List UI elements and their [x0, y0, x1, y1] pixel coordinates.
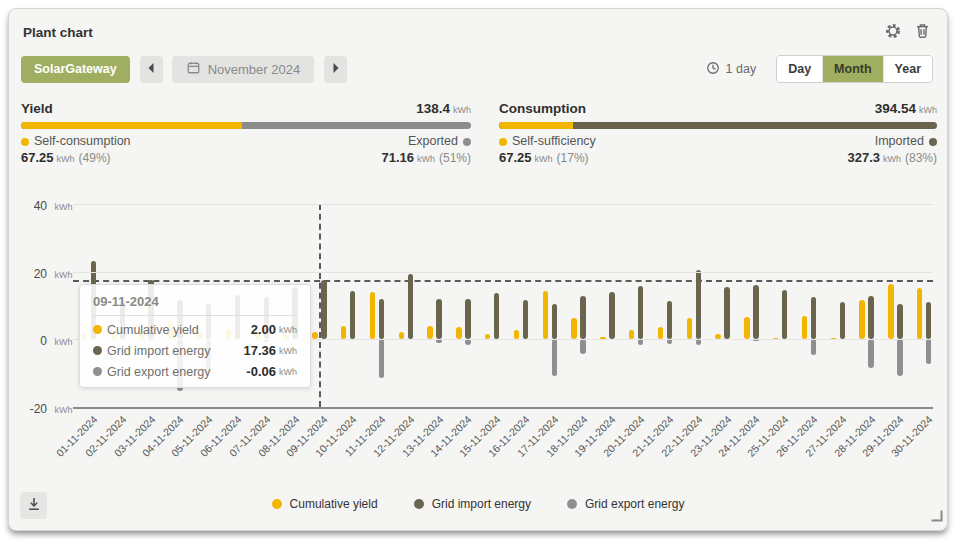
date-picker-button[interactable]: November 2024	[172, 56, 315, 83]
bar-export-12-11-2024[interactable]	[408, 339, 414, 340]
bar-import-10-11-2024[interactable]	[350, 291, 356, 339]
bar-yield-25-11-2024[interactable]	[773, 338, 779, 340]
bar-yield-19-11-2024[interactable]	[600, 337, 606, 339]
bar-yield-01-11-2024[interactable]	[82, 334, 88, 339]
gateway-button[interactable]: SolarGateway	[21, 56, 130, 83]
bar-yield-16-11-2024[interactable]	[514, 330, 520, 339]
bar-export-08-11-2024[interactable]	[292, 339, 298, 340]
bar-import-24-11-2024[interactable]	[753, 285, 759, 339]
tab-year[interactable]: Year	[883, 56, 932, 82]
bar-yield-30-11-2024[interactable]	[917, 288, 923, 339]
next-period-button[interactable]	[324, 56, 347, 83]
bar-import-26-11-2024[interactable]	[811, 297, 817, 339]
bar-yield-07-11-2024[interactable]	[255, 331, 261, 339]
bar-import-16-11-2024[interactable]	[523, 300, 529, 339]
bar-export-25-11-2024[interactable]	[782, 339, 788, 340]
bar-yield-21-11-2024[interactable]	[658, 327, 664, 339]
bar-yield-27-11-2024[interactable]	[831, 338, 837, 340]
bar-import-09-11-2024[interactable]	[321, 280, 327, 339]
bar-export-06-11-2024[interactable]	[235, 339, 241, 340]
bar-import-20-11-2024[interactable]	[638, 286, 644, 339]
bar-export-30-11-2024[interactable]	[926, 339, 932, 364]
bar-import-27-11-2024[interactable]	[840, 302, 846, 339]
bar-import-07-11-2024[interactable]	[264, 297, 270, 339]
bar-yield-10-11-2024[interactable]	[341, 326, 347, 339]
legend-item-import[interactable]: Grid import energy	[414, 497, 531, 511]
bar-yield-12-11-2024[interactable]	[399, 332, 405, 339]
bar-export-09-11-2024[interactable]	[321, 339, 327, 340]
bar-yield-13-11-2024[interactable]	[427, 326, 433, 339]
bar-import-11-11-2024[interactable]	[379, 299, 385, 339]
bar-import-17-11-2024[interactable]	[552, 304, 558, 339]
bar-export-20-11-2024[interactable]	[638, 339, 644, 345]
bar-export-01-11-2024[interactable]	[91, 339, 97, 340]
bar-yield-02-11-2024[interactable]	[111, 332, 117, 339]
delete-button[interactable]	[911, 21, 933, 43]
tab-day[interactable]: Day	[777, 56, 822, 82]
bar-import-14-11-2024[interactable]	[465, 299, 471, 340]
bar-export-04-11-2024[interactable]	[177, 339, 183, 391]
bar-import-19-11-2024[interactable]	[609, 292, 615, 339]
bar-import-02-11-2024[interactable]	[120, 301, 126, 339]
bar-yield-28-11-2024[interactable]	[859, 300, 865, 339]
bar-yield-23-11-2024[interactable]	[715, 334, 721, 339]
bar-import-08-11-2024[interactable]	[292, 287, 298, 339]
bar-import-04-11-2024[interactable]	[177, 300, 183, 339]
bar-yield-08-11-2024[interactable]	[283, 334, 289, 339]
bar-import-05-11-2024[interactable]	[206, 304, 212, 339]
bar-export-18-11-2024[interactable]	[580, 339, 586, 354]
bar-export-21-11-2024[interactable]	[667, 339, 673, 344]
bar-yield-03-11-2024[interactable]	[139, 329, 145, 339]
bar-export-23-11-2024[interactable]	[724, 339, 730, 340]
bar-export-03-11-2024[interactable]	[148, 339, 154, 341]
bar-yield-14-11-2024[interactable]	[456, 327, 462, 339]
bar-yield-20-11-2024[interactable]	[629, 330, 635, 339]
bar-export-17-11-2024[interactable]	[552, 339, 558, 376]
bar-yield-09-11-2024[interactable]	[312, 332, 318, 339]
resize-grip-icon[interactable]	[931, 508, 943, 526]
bar-import-30-11-2024[interactable]	[926, 302, 932, 339]
bar-import-06-11-2024[interactable]	[235, 295, 241, 339]
bar-yield-06-11-2024[interactable]	[226, 329, 232, 339]
bar-import-15-11-2024[interactable]	[494, 293, 500, 339]
bar-export-24-11-2024[interactable]	[753, 339, 759, 341]
settings-button[interactable]	[882, 21, 904, 43]
legend-item-export[interactable]: Grid export energy	[567, 497, 684, 511]
bar-import-21-11-2024[interactable]	[667, 301, 673, 339]
bar-export-27-11-2024[interactable]	[840, 339, 846, 340]
bar-export-13-11-2024[interactable]	[436, 339, 442, 343]
bar-export-28-11-2024[interactable]	[868, 339, 874, 368]
bar-yield-04-11-2024[interactable]	[168, 322, 174, 339]
bar-import-25-11-2024[interactable]	[782, 290, 788, 339]
bar-export-07-11-2024[interactable]	[264, 339, 270, 342]
bar-export-14-11-2024[interactable]	[465, 339, 471, 345]
bar-yield-24-11-2024[interactable]	[744, 317, 750, 339]
tab-month[interactable]: Month	[822, 56, 882, 82]
bar-import-12-11-2024[interactable]	[408, 274, 414, 339]
bar-export-29-11-2024[interactable]	[897, 339, 903, 376]
bar-yield-17-11-2024[interactable]	[543, 291, 549, 339]
bar-import-18-11-2024[interactable]	[580, 296, 586, 339]
bar-export-11-11-2024[interactable]	[379, 339, 385, 378]
bar-yield-22-11-2024[interactable]	[687, 318, 693, 339]
bar-import-28-11-2024[interactable]	[868, 296, 874, 339]
bar-export-16-11-2024[interactable]	[523, 339, 529, 340]
bar-yield-29-11-2024[interactable]	[888, 284, 894, 339]
bar-export-19-11-2024[interactable]	[609, 339, 615, 340]
bar-import-23-11-2024[interactable]	[724, 287, 730, 339]
bar-export-05-11-2024[interactable]	[206, 339, 212, 373]
bar-yield-26-11-2024[interactable]	[802, 316, 808, 339]
bar-export-26-11-2024[interactable]	[811, 339, 817, 355]
bar-export-02-11-2024[interactable]	[120, 339, 126, 340]
bar-import-22-11-2024[interactable]	[696, 270, 702, 339]
prev-period-button[interactable]	[140, 56, 163, 83]
bar-import-13-11-2024[interactable]	[436, 299, 442, 340]
legend-item-yield[interactable]: Cumulative yield	[272, 497, 378, 511]
bar-yield-05-11-2024[interactable]	[197, 332, 203, 339]
bar-yield-11-11-2024[interactable]	[370, 292, 376, 339]
bar-import-29-11-2024[interactable]	[897, 304, 903, 339]
bar-export-10-11-2024[interactable]	[350, 339, 356, 340]
bar-yield-15-11-2024[interactable]	[485, 334, 491, 339]
bar-import-03-11-2024[interactable]	[148, 280, 154, 339]
bar-import-01-11-2024[interactable]	[91, 261, 97, 339]
